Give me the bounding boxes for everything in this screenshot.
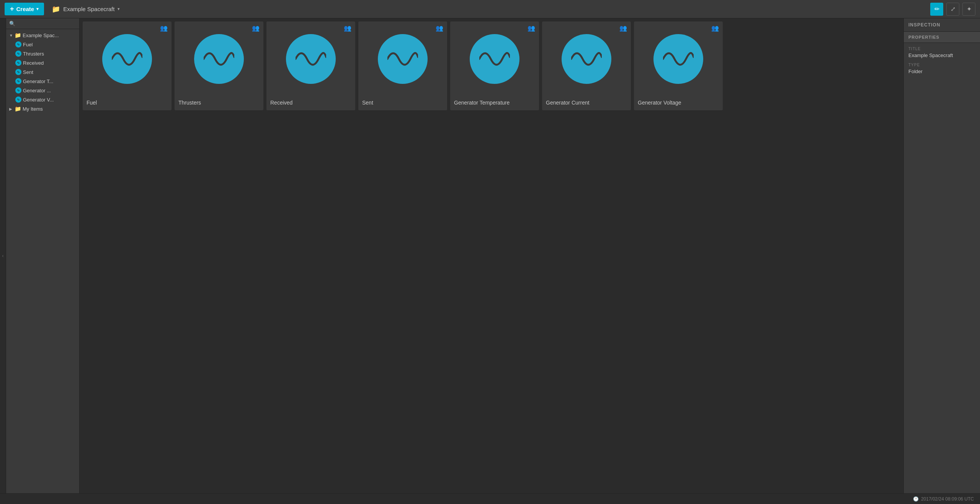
sidebar-item-received[interactable]: ∿Received [6, 58, 79, 67]
telemetry-icon: ∿ [15, 78, 21, 84]
card-label: Fuel [83, 97, 172, 110]
share-icon: 👥 [528, 25, 535, 32]
properties-tab[interactable]: PROPERTIES [904, 32, 980, 43]
card-icon-area [634, 21, 723, 97]
sidebar-item-thrusters[interactable]: ∿Thrusters [6, 49, 79, 58]
sidebar-item-fuel[interactable]: ∿Fuel [6, 40, 79, 49]
breadcrumb: 📁 Example Spacecraft ▾ [52, 5, 120, 13]
inspection-panel: INSPECTION PROPERTIES TITLE Example Spac… [903, 18, 980, 493]
search-input[interactable] [18, 21, 82, 26]
share-icon: 👥 [344, 25, 351, 32]
sidebar-item-generator-t[interactable]: ∿Generator T... [6, 77, 79, 86]
telemetry-icon: ∿ [15, 69, 21, 75]
telemetry-circle-icon [653, 34, 703, 84]
share-icon: 👥 [436, 25, 443, 32]
tree-item-label: Received [23, 60, 44, 66]
inspection-header: INSPECTION [904, 18, 980, 32]
telemetry-circle-icon [102, 34, 152, 84]
telemetry-circle-icon [378, 34, 428, 84]
card-label: Received [266, 97, 355, 110]
share-icon: 👥 [160, 25, 168, 32]
card-icon-area [266, 21, 355, 97]
plus-icon: + [10, 5, 14, 13]
card-generator-voltage[interactable]: 👥Generator Voltage [634, 21, 723, 110]
breadcrumb-title: Example Spacecraft [63, 6, 114, 12]
sidebar-item-example-spacecraft[interactable]: ▼📁Example Spac... [6, 31, 79, 40]
card-label: Sent [358, 97, 447, 110]
sidebar-item-generator-c[interactable]: ∿Generator ... [6, 86, 79, 95]
telemetry-icon: ∿ [15, 51, 21, 57]
telemetry-circle-icon [286, 34, 336, 84]
sidebar-item-sent[interactable]: ∿Sent [6, 67, 79, 77]
card-fuel[interactable]: 👥Fuel [83, 21, 172, 110]
card-label: Thrusters [175, 97, 263, 110]
tree-item-label: My Items [23, 106, 43, 112]
card-label: Generator Voltage [634, 97, 723, 110]
sidebar-search-bar: 🔍 ▾ [6, 18, 79, 29]
content-area: 👥Fuel👥Thrusters👥Received👥Sent👥Generator … [80, 18, 903, 493]
type-value: Folder [908, 69, 975, 74]
card-icon-area [542, 21, 631, 97]
inspection-properties: TITLE Example Spacecraft TYPE Folder [904, 43, 980, 83]
create-label: Create [16, 6, 34, 12]
tree-item-label: Generator T... [23, 79, 53, 84]
tree-toggle-icon: ▼ [9, 33, 13, 38]
card-thrusters[interactable]: 👥Thrusters [175, 21, 263, 110]
telemetry-icon: ∿ [15, 97, 21, 103]
top-bar: + Create ▾ 📁 Example Spacecraft ▾ ✏ ⤢ ✦ [0, 0, 980, 18]
breadcrumb-caret-icon[interactable]: ▾ [118, 7, 120, 11]
sidebar-item-my-items[interactable]: ▶📁My Items [6, 104, 79, 113]
title-value: Example Spacecraft [908, 52, 975, 58]
main-layout: ‹ 🔍 ▾ ▼📁Example Spac...∿Fuel∿Thrusters∿R… [0, 18, 980, 493]
clock-icon: 🕐 [913, 496, 919, 502]
status-bar: 🕐 2017/02/24 08:09:06 UTC [0, 493, 980, 504]
card-label: Generator Temperature [450, 97, 539, 110]
tree-item-label: Thrusters [23, 51, 44, 57]
telemetry-circle-icon [470, 34, 519, 84]
card-sent[interactable]: 👥Sent [358, 21, 447, 110]
title-label: TITLE [908, 47, 975, 51]
card-icon-area [83, 21, 172, 97]
telemetry-icon: ∿ [15, 41, 21, 47]
card-icon-area [358, 21, 447, 97]
tree-item-label: Fuel [23, 42, 33, 47]
sidebar-tree: ▼📁Example Spac...∿Fuel∿Thrusters∿Receive… [6, 29, 79, 493]
create-button[interactable]: + Create ▾ [5, 3, 44, 15]
card-icon-area [175, 21, 263, 97]
card-generator-temperature[interactable]: 👥Generator Temperature [450, 21, 539, 110]
card-received[interactable]: 👥Received [266, 21, 355, 110]
edit-button[interactable]: ✏ [930, 3, 943, 16]
tree-item-label: Generator ... [23, 88, 51, 93]
folder-icon: 📁 [15, 106, 21, 112]
telemetry-icon: ∿ [15, 60, 21, 66]
share-button[interactable]: ⤢ [946, 3, 959, 16]
sidebar: 🔍 ▾ ▼📁Example Spac...∿Fuel∿Thrusters∿Rec… [6, 18, 80, 493]
card-icon-area [450, 21, 539, 97]
search-icon: 🔍 [9, 21, 15, 26]
toolbar-right: ✏ ⤢ ✦ [930, 3, 975, 16]
share-icon: 👥 [252, 25, 260, 32]
card-label: Generator Current [542, 97, 631, 110]
share-icon: 👥 [619, 25, 627, 32]
tree-item-label: Generator V... [23, 97, 54, 103]
tree-toggle-icon: ▶ [9, 107, 13, 111]
breadcrumb-folder-icon: 📁 [52, 5, 60, 13]
sidebar-toggle[interactable]: ‹ [0, 18, 6, 493]
sidebar-item-generator-v[interactable]: ∿Generator V... [6, 95, 79, 104]
settings-button[interactable]: ✦ [962, 3, 975, 16]
create-caret-icon: ▾ [36, 7, 39, 11]
telemetry-circle-icon [562, 34, 611, 84]
telemetry-icon: ∿ [15, 87, 21, 93]
telemetry-circle-icon [194, 34, 244, 84]
type-label: TYPE [908, 63, 975, 67]
timestamp: 2017/02/24 08:09:06 UTC [921, 496, 974, 502]
share-icon: 👥 [711, 25, 719, 32]
tree-item-label: Example Spac... [23, 33, 59, 38]
card-generator-current[interactable]: 👥Generator Current [542, 21, 631, 110]
folder-icon: 📁 [15, 32, 21, 38]
tree-item-label: Sent [23, 69, 33, 75]
